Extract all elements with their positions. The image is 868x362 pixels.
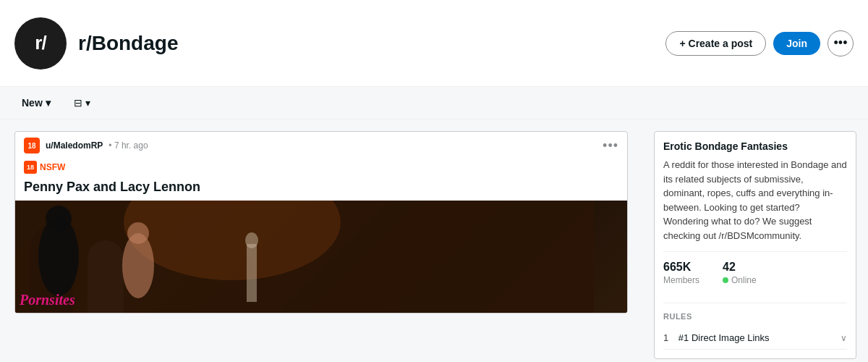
nsfw-tag: 18 NSFW: [15, 159, 627, 180]
layout-chevron-icon: ▾: [85, 97, 90, 109]
chevron-down-icon: [841, 333, 847, 343]
more-icon: •••: [834, 35, 848, 51]
post-header: 18 u/MaledomRP • 7 hr. ago •••: [15, 132, 627, 159]
members-count: 665K: [663, 261, 699, 274]
post-username[interactable]: u/MaledomRP: [46, 140, 103, 151]
post-meta: 18 u/MaledomRP • 7 hr. ago: [24, 138, 148, 153]
stats-row: 665K Members 42 Online: [663, 251, 847, 294]
join-button[interactable]: Join: [773, 32, 820, 55]
posts-column: 18 u/MaledomRP • 7 hr. ago ••• 18 NSFW P…: [0, 119, 642, 362]
new-sort-button[interactable]: New ▾: [14, 93, 58, 113]
sidebar-title: Erotic Bondage Fantasies: [663, 140, 847, 152]
main-content: 18 u/MaledomRP • 7 hr. ago ••• 18 NSFW P…: [0, 119, 868, 362]
sidebar-description: A reddit for those interested in Bondage…: [663, 158, 847, 243]
post-time: • 7 hr. ago: [109, 140, 148, 151]
new-sort-label: New: [22, 97, 43, 109]
top-bar: r/ r/Bondage + Create a post Join •••: [0, 0, 868, 87]
nsfw-badge: 18: [24, 161, 37, 174]
nsfw-label: NSFW: [40, 162, 65, 172]
more-options-button[interactable]: •••: [827, 30, 854, 56]
rule-text: 1 #1 Direct Image Links: [663, 332, 770, 343]
watermark: Pornsites: [20, 292, 75, 308]
members-label: Members: [663, 275, 699, 285]
sort-bar: New ▾ ⊟ ▾: [0, 87, 868, 119]
sidebar: Erotic Bondage Fantasies A reddit for th…: [642, 119, 868, 362]
online-count: 42: [723, 261, 757, 274]
post-image[interactable]: Pornsites: [15, 201, 627, 313]
post-image-placeholder: Pornsites: [15, 201, 627, 313]
post-title: Penny Pax and Lacy Lennon: [15, 180, 627, 201]
subreddit-name: r/Bondage: [78, 32, 178, 55]
rule-number: 1: [663, 332, 668, 343]
online-label: Online: [723, 275, 757, 285]
rules-label: RULES: [663, 312, 847, 321]
svg-point-7: [245, 232, 258, 248]
members-stat: 665K Members: [663, 261, 699, 285]
post-more-button[interactable]: •••: [603, 138, 618, 153]
subreddit-icon: r/: [14, 17, 67, 70]
svg-point-5: [127, 222, 149, 244]
rules-section: RULES 1 #1 Direct Image Links: [663, 303, 847, 350]
sidebar-box: Erotic Bondage Fantasies A reddit for th…: [654, 131, 856, 359]
create-post-button[interactable]: + Create a post: [665, 31, 766, 56]
svg-rect-6: [247, 244, 257, 302]
rule-item[interactable]: 1 #1 Direct Image Links: [663, 327, 847, 350]
layout-icon: ⊟: [74, 97, 82, 109]
layout-button[interactable]: ⊟ ▾: [67, 93, 98, 113]
online-indicator: [723, 277, 728, 283]
top-bar-actions: + Create a post Join •••: [665, 30, 854, 56]
age-badge: 18: [24, 138, 40, 153]
chevron-down-icon: ▾: [46, 97, 51, 109]
online-stat: 42 Online: [723, 261, 757, 285]
subreddit-identity: r/ r/Bondage: [14, 17, 178, 70]
post-card: 18 u/MaledomRP • 7 hr. ago ••• 18 NSFW P…: [14, 131, 628, 313]
svg-point-3: [46, 206, 72, 232]
scene-svg: [15, 201, 627, 313]
